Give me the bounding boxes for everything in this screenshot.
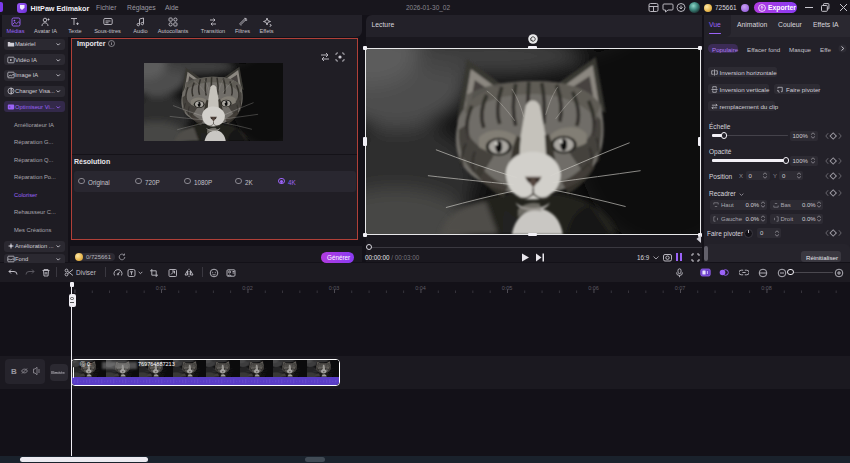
svg-text:B: B — [11, 367, 17, 376]
